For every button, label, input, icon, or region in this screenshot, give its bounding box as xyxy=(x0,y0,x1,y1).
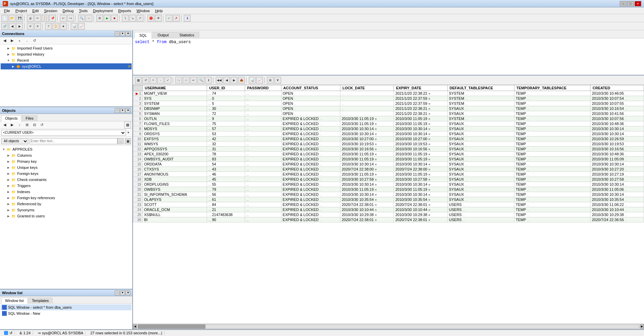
expand-synonyms[interactable]: ▶ xyxy=(6,208,11,212)
stepinto-btn[interactable]: ↘ xyxy=(129,15,136,22)
conn-fwd-btn[interactable]: ▶ xyxy=(9,37,15,44)
results-info-btn[interactable]: ℹ xyxy=(205,77,212,84)
expand-check-constraints[interactable]: ▶ xyxy=(6,177,11,182)
menu-tools[interactable]: Tools xyxy=(76,8,91,13)
expand-foreign-keys[interactable]: ▶ xyxy=(6,171,11,176)
tab-templates[interactable]: Templates xyxy=(28,298,53,303)
col-default-tablespace[interactable]: DEFAULT_TABLESPACE xyxy=(447,85,514,91)
horizontal-scrollbar[interactable]: ◀ ▶ xyxy=(133,323,644,329)
expand-referenced-by[interactable]: ▶ xyxy=(6,202,11,206)
tab-sql[interactable]: SQL xyxy=(134,32,152,38)
obj-dropdown-expand[interactable]: ▼ xyxy=(126,129,131,136)
obj-triggers[interactable]: ▶ 📁 Triggers xyxy=(1,183,132,189)
expand-sys-orcl[interactable]: ▶ xyxy=(11,64,15,69)
maximize-button[interactable]: □ xyxy=(627,1,634,6)
conn-refresh-btn[interactable]: ↺ xyxy=(31,37,38,44)
col-password[interactable]: PASSWORD xyxy=(245,85,281,91)
sort-asc-btn[interactable]: ↑↓ xyxy=(175,77,182,84)
conn-add-btn[interactable]: + xyxy=(16,37,23,44)
objects-pin-btn[interactable]: □ xyxy=(115,108,120,113)
obj-synonyms[interactable]: ▶ 📁 Synonyms xyxy=(1,207,132,213)
hscroll-right-btn[interactable]: ▶ xyxy=(640,324,644,329)
expand-fk-references[interactable]: ▶ xyxy=(6,195,11,200)
filter-go-btn[interactable]: ▦ xyxy=(125,138,131,144)
filter-search-btn[interactable]: ... xyxy=(117,138,124,144)
obj-unique-keys[interactable]: ▶ 📁 Unique keys xyxy=(1,164,132,171)
menu-reports[interactable]: Reports xyxy=(115,8,134,13)
bookmark-btn[interactable]: ★ xyxy=(60,23,67,30)
breakpoint-btn[interactable]: 🔴 xyxy=(147,15,154,22)
col-temp-tablespace[interactable]: TEMPORARY_TABLESPACE xyxy=(514,85,590,91)
expand-columns[interactable]: ▶ xyxy=(6,153,11,158)
wl-sql-window-1[interactable]: SQL Window - select * from dba_users xyxy=(1,304,132,310)
describe-btn[interactable]: ? xyxy=(45,23,52,30)
conn-item-recent[interactable]: ▼ 📁 Recent xyxy=(1,57,132,63)
undo-btn[interactable]: ↩ xyxy=(60,15,67,22)
results-grid[interactable]: USERNAME USER_ID PASSWORD ACCOUNT_STATUS… xyxy=(133,85,644,323)
conn-remove-btn[interactable]: - xyxy=(24,37,30,44)
expand-fixed-users[interactable]: ▶ xyxy=(6,46,11,51)
back-btn[interactable]: ◀ xyxy=(9,23,15,30)
objects-filter-input[interactable] xyxy=(30,138,117,144)
obj-refresh-btn[interactable]: ↺ xyxy=(38,122,45,128)
save-btn[interactable]: 💾 xyxy=(16,15,23,22)
obj-grid-btn[interactable]: ▦ xyxy=(124,122,131,128)
fwd-btn[interactable]: ▶ xyxy=(16,23,23,30)
commit-btn[interactable]: ✓ xyxy=(166,15,172,22)
menu-window[interactable]: Window xyxy=(134,8,152,13)
results-refresh-btn[interactable]: ↺ xyxy=(142,77,149,84)
results-minus-btn[interactable]: - xyxy=(157,77,164,84)
info-btn[interactable]: ℹ xyxy=(184,15,191,22)
objects-close-btn[interactable]: ✕ xyxy=(126,108,130,113)
obj-back-btn[interactable]: ◀ xyxy=(1,122,8,128)
stepout-btn[interactable]: ↗ xyxy=(137,15,143,22)
expand-recent[interactable]: ▼ xyxy=(6,58,11,63)
menu-file[interactable]: File xyxy=(1,8,13,13)
objects-type-dropdown[interactable]: All objects xyxy=(1,138,28,144)
col-expiry-date[interactable]: EXPIRY_DATE xyxy=(394,85,447,91)
expand-triggers[interactable]: ▶ xyxy=(6,183,11,188)
conn-item-sys-orcl[interactable]: ▶ 🔶 sys@ORCL ⟳ xyxy=(1,63,132,69)
obj-collapse-btn[interactable]: ⊟ xyxy=(31,122,38,128)
col-account-status[interactable]: ACCOUNT_STATUS xyxy=(281,85,340,91)
connections-menu-btn[interactable]: ▼ xyxy=(120,31,125,36)
replace-btn[interactable]: ↔ xyxy=(86,15,92,22)
watch-btn[interactable]: 👁 xyxy=(155,15,162,22)
col-lock-date[interactable]: LOCK_DATE xyxy=(340,85,394,91)
expand-indexes[interactable]: ▶ xyxy=(6,189,11,194)
tab-objects[interactable]: Objects xyxy=(1,115,21,121)
obj-fk-references[interactable]: ▶ 📁 Foreign key references xyxy=(1,195,132,201)
tab-windowlist[interactable]: Window list xyxy=(1,298,28,304)
obj-approles[interactable]: ▼ 📁 APPROLES xyxy=(1,146,132,152)
results-chart2-btn[interactable]: 📈 xyxy=(256,77,263,84)
minimize-button[interactable]: ─ xyxy=(620,1,626,6)
obj-expand-btn[interactable]: ⊞ xyxy=(24,122,30,128)
print-btn[interactable]: 🖨 xyxy=(27,15,34,22)
results-chart-btn[interactable]: 📊 xyxy=(249,77,256,84)
obj-foreign-keys[interactable]: ▶ 📁 Foreign keys xyxy=(1,171,132,177)
expand-approles[interactable]: ▼ xyxy=(1,147,6,152)
expand-history[interactable]: ▶ xyxy=(6,52,11,57)
refresh-btn[interactable]: ↺ xyxy=(27,23,34,30)
menu-deployment[interactable]: Deployment xyxy=(90,8,115,13)
obj-granted-to-users[interactable]: ▶ 📁 Granted to users xyxy=(1,213,132,219)
objects-menu-btn[interactable]: ▼ xyxy=(120,108,125,113)
sort-desc-btn[interactable]: ↓↑ xyxy=(183,77,190,84)
obj-referenced-by[interactable]: ▶ 📁 Referenced by xyxy=(1,201,132,207)
menu-session[interactable]: Session xyxy=(41,8,60,13)
rollback-btn[interactable]: ✗ xyxy=(173,15,180,22)
copy-btn[interactable]: 📋 xyxy=(42,15,48,22)
objects-user-dropdown[interactable]: <CURRENT USER> xyxy=(1,130,126,136)
tab-files[interactable]: Files xyxy=(22,115,37,121)
find-btn[interactable]: 🔍 xyxy=(78,15,85,22)
connections-pin-btn[interactable]: □ xyxy=(115,31,120,36)
new-btn[interactable]: 📄 xyxy=(1,15,8,22)
hscroll-track[interactable] xyxy=(138,324,639,329)
grid-view-btn[interactable]: ▦ xyxy=(135,77,142,84)
output-btn[interactable]: 📊 xyxy=(71,23,77,30)
run-btn[interactable]: ▶ xyxy=(104,15,110,22)
hscroll-thumb[interactable] xyxy=(138,325,205,329)
obj-fwd-btn[interactable]: ▶ xyxy=(9,122,15,128)
cut-btn[interactable]: ✂ xyxy=(34,15,41,22)
menu-help[interactable]: Help xyxy=(152,8,166,13)
